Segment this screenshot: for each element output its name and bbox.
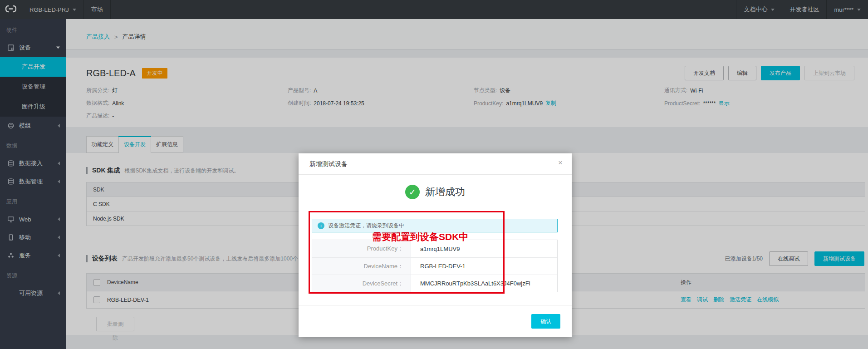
success-message: ✓ 新增成功 [299,185,572,199]
modal-footer: 确认 [299,305,572,337]
modal-title: 新增测试设备 [309,160,348,167]
product-key-value: a1mrq1LMUV9 [411,240,557,257]
device-secret-value: MMCJRRouRTpKb3SLAaLt6X3J4F0wjzFi [411,275,557,292]
credentials-table: ProductKey： a1mrq1LMUV9 DeviceName： RGB-… [312,240,558,292]
modal-header: 新增测试设备 × [299,153,572,175]
alert-text: 设备激活凭证，请烧录到设备中 [328,222,404,230]
credential-row: DeviceSecret： MMCJRRouRTpKb3SLAaLt6X3J4F… [312,275,557,292]
success-check-icon: ✓ [405,185,420,199]
device-name-value: RGB-LED-DEV-1 [411,258,557,275]
close-icon[interactable]: × [558,159,563,167]
add-test-device-modal: 新增测试设备 × ✓ 新增成功 i 设备激活凭证，请烧录到设备中 Product… [299,153,572,337]
activation-alert: i 设备激活凭证，请烧录到设备中 [312,219,558,232]
credential-label: DeviceName： [312,258,411,275]
credential-row: DeviceName： RGB-LED-DEV-1 [312,257,557,275]
credential-label: ProductKey： [312,240,411,257]
success-text: 新增成功 [425,185,465,199]
credential-row: ProductKey： a1mrq1LMUV9 [312,240,557,257]
credential-label: DeviceSecret： [312,275,411,292]
info-icon: i [318,222,324,229]
confirm-button[interactable]: 确认 [531,314,560,329]
